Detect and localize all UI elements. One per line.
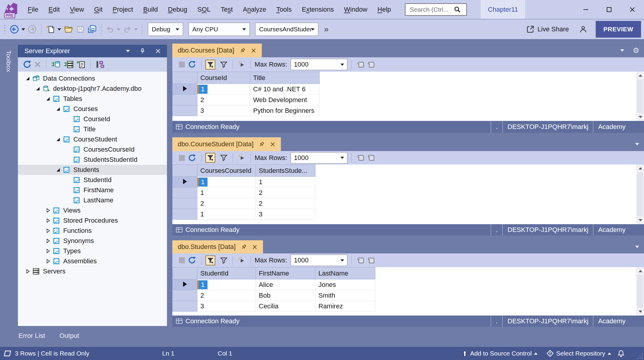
tree-item-synonyms[interactable]: Synonyms (18, 236, 167, 246)
undo-icon[interactable] (104, 24, 116, 35)
search-box[interactable] (405, 3, 467, 16)
close-icon[interactable] (155, 48, 161, 54)
grid-cell[interactable]: Cecilia (256, 301, 315, 312)
navigate-back-dropdown[interactable] (20, 27, 26, 32)
scroll-down-icon[interactable] (637, 216, 644, 224)
menu-extensions[interactable]: Extensions (297, 0, 339, 19)
maximize-button[interactable] (597, 0, 621, 19)
grid-cell[interactable]: Smith (315, 290, 375, 301)
menu-window[interactable]: Window (339, 0, 372, 19)
tree-item-tables[interactable]: Tables (18, 94, 167, 104)
row-selector-header[interactable] (173, 72, 197, 84)
tree-item-types[interactable]: Types (18, 246, 167, 256)
expander-expanded-icon[interactable] (34, 86, 42, 91)
expander-expanded-icon[interactable] (54, 106, 62, 112)
menu-edit[interactable]: Edit (43, 0, 65, 19)
row-selector[interactable] (173, 290, 197, 301)
new-project-icon[interactable] (44, 23, 56, 35)
script-pane-icon[interactable] (366, 256, 376, 265)
debug-target-combo[interactable]: Debug (148, 23, 183, 36)
window-position-icon[interactable] (635, 143, 639, 145)
object-structure-icon[interactable] (94, 59, 106, 70)
server-explorer-header[interactable]: Server Explorer (18, 45, 167, 57)
stop-refresh-icon[interactable] (33, 60, 42, 69)
filter-settings-button[interactable] (205, 60, 215, 70)
document-tab-active[interactable]: dbo.Courses [Data] (172, 44, 262, 57)
scroll-up-icon[interactable] (637, 164, 644, 172)
column-header-courseid[interactable]: CourseId (197, 72, 250, 84)
grid-cell[interactable]: 2 (197, 290, 256, 301)
row-selector[interactable] (173, 301, 197, 312)
menu-file[interactable]: File (23, 0, 43, 19)
tree-item-courseid[interactable]: CourseId (18, 114, 167, 124)
grid-cell[interactable]: 1 (197, 187, 256, 198)
window-position-icon[interactable] (620, 49, 624, 52)
grid-cell[interactable]: C# 10 and .NET 6 (250, 84, 320, 95)
search-input[interactable] (409, 6, 454, 13)
grid-cell[interactable]: 2 (197, 95, 250, 105)
tree-item-desktop-j1pqhr7-academy-dbo[interactable]: desktop-j1pqhr7.Academy.dbo (18, 84, 167, 94)
scrollbar-thumb[interactable] (637, 80, 643, 113)
document-tab-active[interactable]: dbo.CourseStudent [Data] (172, 137, 281, 151)
scroll-up-icon[interactable] (637, 267, 644, 275)
expander-expanded-icon[interactable] (24, 76, 32, 81)
scrollbar-thumb[interactable] (637, 173, 643, 216)
row-selector[interactable] (173, 279, 197, 290)
tree-item-views[interactable]: Views (18, 205, 167, 216)
feedback-icon[interactable] (579, 25, 587, 33)
grid-cell[interactable]: Bob (256, 290, 315, 301)
refresh-icon[interactable] (187, 59, 197, 70)
column-header-firstname[interactable]: FirstName (256, 267, 315, 279)
row-selector[interactable] (173, 95, 197, 105)
column-header-lastname[interactable]: LastName (315, 267, 375, 279)
grid-cell[interactable]: 1 (197, 279, 256, 290)
notifications-bell-icon[interactable] (617, 350, 625, 357)
scrollbar-thumb[interactable] (637, 275, 643, 307)
grid-cell[interactable]: Python for Beginners (250, 105, 320, 116)
menu-sql[interactable]: SQL (192, 0, 216, 19)
max-rows-combo[interactable]: 1000 (291, 152, 347, 164)
tab-close-icon[interactable] (251, 48, 256, 53)
grid-cell[interactable]: 3 (197, 301, 256, 312)
column-header-studentid[interactable]: StudentId (197, 267, 256, 279)
filter-settings-button[interactable] (205, 153, 215, 163)
filter-settings-button[interactable] (205, 256, 215, 265)
pin-icon[interactable] (140, 48, 145, 54)
script-pane-icon[interactable] (366, 153, 376, 163)
column-header-coursescourseid[interactable]: CoursesCourseId (197, 165, 256, 177)
vertical-scrollbar[interactable] (636, 72, 644, 121)
grid-cell[interactable]: 2 (256, 187, 315, 198)
open-folder-icon[interactable] (62, 24, 75, 35)
tab-pin-icon[interactable] (241, 244, 247, 250)
grid-cell[interactable]: 2 (197, 198, 256, 209)
tab-error-list[interactable]: Error List (18, 332, 45, 340)
stop-icon[interactable] (179, 155, 185, 161)
expander-expanded-icon[interactable] (54, 167, 62, 173)
grid-cell[interactable]: 1 (197, 84, 250, 95)
expander-collapsed-icon[interactable] (24, 269, 32, 274)
tree-item-stored-procedures[interactable]: Stored Procedures (18, 216, 167, 226)
row-selector[interactable] (173, 84, 197, 95)
tab-output[interactable]: Output (59, 332, 79, 340)
menu-analyze[interactable]: Analyze (238, 0, 271, 19)
grid-cell[interactable]: Ramirez (315, 301, 375, 312)
toolbar-grip[interactable] (4, 24, 6, 34)
tree-item-assemblies[interactable]: Assemblies (18, 256, 167, 266)
tree-item-studentsstudentid[interactable]: StudentsStudentId (18, 155, 167, 165)
row-selector[interactable] (173, 209, 197, 220)
filter-icon[interactable] (219, 256, 229, 265)
refresh-icon[interactable] (187, 153, 197, 163)
menu-build[interactable]: Build (138, 0, 163, 19)
grid-cell[interactable]: 1 (256, 177, 315, 187)
grid-cell[interactable]: Web Development (250, 95, 320, 105)
toolbar-overflow-icon[interactable]: » (324, 26, 329, 32)
menu-view[interactable]: View (65, 0, 89, 19)
run-query-icon[interactable] (237, 153, 247, 163)
sql-pane-icon[interactable] (355, 60, 366, 70)
row-selector[interactable] (173, 187, 197, 198)
menu-debug[interactable]: Debug (163, 0, 192, 19)
tree-item-firstname[interactable]: FirstName (18, 185, 167, 195)
add-to-source-control-button[interactable]: Add to Source Control (459, 350, 541, 357)
tab-pin-icon[interactable] (240, 48, 245, 53)
column-header-title[interactable]: Title (250, 72, 320, 84)
